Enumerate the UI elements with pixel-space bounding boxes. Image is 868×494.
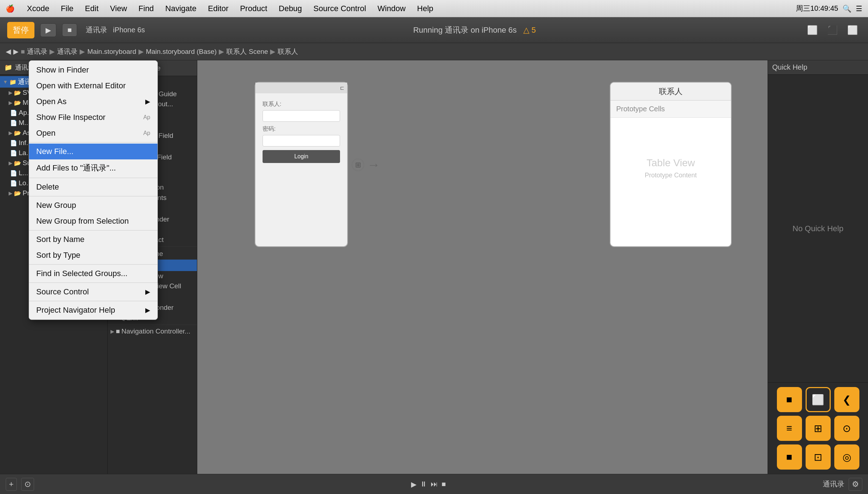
panel-btn-ring[interactable]: ◎	[834, 444, 859, 470]
no-quick-help-text: No Quick Help	[793, 224, 844, 233]
ctx-sort-name[interactable]: Sort by Name	[29, 232, 157, 247]
pause-button[interactable]: 暂停	[7, 22, 34, 38]
menu-help[interactable]: Help	[415, 3, 435, 14]
ctx-sep-4	[29, 230, 157, 230]
ctx-find-groups[interactable]: Find in Selected Groups...	[29, 266, 157, 281]
segue-arrow: ⊞ →	[352, 157, 380, 172]
ctx-sep-5	[29, 264, 157, 265]
sidebar-folder-icon: 📁	[4, 64, 12, 71]
panel-btn-grid[interactable]: ⊞	[806, 416, 831, 441]
ctx-delete[interactable]: Delete	[29, 179, 157, 195]
build-status: Running 通讯录 on iPhone 6s △ 5	[151, 25, 798, 36]
ctx-open-as[interactable]: Open As ▶	[29, 94, 157, 109]
ctx-new-file[interactable]: New File...	[29, 144, 157, 159]
breadcrumb-sep: ■	[21, 48, 25, 56]
ctx-add-files[interactable]: Add Files to "通讯录"...	[29, 159, 157, 177]
toolbar-right-icons: ⬜ ⬛ ⬜	[804, 24, 861, 37]
menu-edit[interactable]: Edit	[83, 3, 101, 14]
menu-file[interactable]: File	[58, 3, 75, 14]
add-button[interactable]: +	[6, 478, 17, 491]
ctx-show-inspector[interactable]: Show File Inspector Ap	[29, 109, 157, 125]
debug-toggle[interactable]: ⬛	[824, 24, 841, 37]
ctx-source-control[interactable]: Source Control ▶	[29, 284, 157, 300]
breadcrumb-item-2[interactable]: 通讯录	[57, 47, 77, 56]
ctx-show-in-finder[interactable]: Show in Finder	[29, 62, 157, 78]
filter-button[interactable]: ⊙	[21, 478, 34, 491]
notification-icon[interactable]: ☰	[856, 4, 862, 13]
quick-help-header: Quick Help	[768, 60, 868, 75]
contact-header: 联系人	[610, 83, 731, 101]
navigator-toggle[interactable]: ⬜	[804, 24, 821, 37]
stop-button[interactable]: ■	[62, 23, 77, 37]
ctx-sep-2	[29, 178, 157, 178]
password-input[interactable]	[263, 135, 340, 146]
toolbar: 暂停 ▶ ■ 通讯录 iPhone 6s Running 通讯录 on iPho…	[0, 17, 868, 43]
login-button[interactable]: Login	[263, 150, 340, 163]
ctx-new-group[interactable]: New Group	[29, 197, 157, 213]
bottom-run-icon[interactable]: ▶	[411, 480, 416, 489]
canvas-content: ⊏ 联系人: 密码: Login ⊞ → 联系人 Prototype Cells	[197, 60, 768, 474]
panel-btn-square[interactable]: ■	[777, 387, 802, 412]
breadcrumb-nav-fwd[interactable]: ▶	[13, 47, 19, 56]
username-input[interactable]	[263, 110, 340, 122]
menu-debug[interactable]: Debug	[277, 3, 304, 14]
apple-menu[interactable]: 🍎	[6, 4, 15, 13]
bottom-step-icon[interactable]: ⏭	[431, 480, 438, 488]
context-menu: Show in Finder Open with External Editor…	[29, 60, 158, 320]
ctx-sep-1	[29, 142, 157, 143]
tableview-sub-label: Prototype Content	[645, 172, 697, 179]
scene-item-navcontroller[interactable]: ▶■Navigation Controller...	[108, 326, 197, 336]
breadcrumb-nav-back[interactable]: ◀	[6, 47, 11, 56]
menu-view[interactable]: View	[108, 3, 129, 14]
ctx-new-group-selection[interactable]: New Group from Selection	[29, 213, 157, 229]
ctx-sort-type[interactable]: Sort by Type	[29, 247, 157, 263]
menu-window[interactable]: Window	[376, 3, 408, 14]
bottom-settings[interactable]: ⚙	[849, 478, 862, 491]
menubar-time: 周三10:49:45	[796, 4, 838, 13]
ctx-open-external[interactable]: Open with External Editor	[29, 78, 157, 94]
bottom-center: ▶ ⏸ ⏭ ■	[411, 480, 446, 489]
breadcrumb-item-4[interactable]: Main.storyboard (Base)	[146, 48, 217, 56]
panel-btn-outline[interactable]: ⬜	[806, 387, 831, 412]
breadcrumb-item-5[interactable]: 联系人 Scene	[226, 47, 268, 56]
breadcrumb-item-6[interactable]: 联系人	[278, 47, 298, 56]
panel-btn-list[interactable]: ≡	[777, 416, 802, 441]
search-icon[interactable]: 🔍	[843, 4, 852, 13]
ctx-open[interactable]: Open Ap	[29, 125, 157, 141]
panel-btn-arrow-left[interactable]: ❮	[834, 387, 859, 412]
panel-btn-sq2[interactable]: ■	[777, 444, 802, 470]
ctx-navigator-help[interactable]: Project Navigator Help ▶	[29, 302, 157, 318]
menu-editor[interactable]: Editor	[206, 3, 231, 14]
breadcrumb-item-1[interactable]: 通讯录	[27, 47, 47, 56]
run-icon: ▶	[46, 26, 51, 34]
run-button[interactable]: ▶	[40, 23, 56, 37]
login-phone-panel: ⊏ 联系人: 密码: Login	[255, 82, 348, 247]
bottom-pause-icon[interactable]: ⏸	[420, 480, 427, 488]
menu-find[interactable]: Find	[136, 3, 156, 14]
prototype-cells-label: Prototype Cells	[610, 101, 731, 118]
bottom-bar: + ⊙ ▶ ⏸ ⏭ ■ 通讯录 ⚙	[0, 474, 868, 494]
panel-btn-circle[interactable]: ⊙	[834, 416, 859, 441]
sep1: ▶	[49, 47, 55, 56]
sep5: ▶	[270, 47, 275, 56]
sep4: ▶	[219, 47, 224, 56]
ctx-sep-7	[29, 301, 157, 301]
breadcrumb-item-3[interactable]: Main.storyboard	[87, 48, 136, 56]
quick-help-panel: Quick Help No Quick Help ■ ⬜ ❮ ≡ ⊞ ⊙ ■ ⊡…	[768, 60, 868, 474]
canvas-area: ■ 通讯录 Scene ▶■通讯录 ▬ Top Layout Guide ▬ B…	[108, 60, 768, 474]
quick-help-content: No Quick Help	[768, 75, 868, 382]
device-name[interactable]: iPhone 6s	[113, 26, 145, 34]
quick-help-title: Quick Help	[772, 63, 807, 71]
panel-btn-dotgrid[interactable]: ⊡	[806, 444, 831, 470]
menubar: 🍎 Xcode File Edit View Find Navigate Edi…	[0, 0, 868, 17]
menu-source-control[interactable]: Source Control	[311, 3, 368, 14]
password-label: 密码:	[263, 125, 340, 133]
menu-xcode[interactable]: Xcode	[25, 3, 51, 14]
inspector-toggle[interactable]: ⬜	[844, 24, 861, 37]
sep3: ▶	[138, 47, 144, 56]
tableview-main-label: Table View	[647, 157, 695, 169]
login-statusbar: ⊏	[255, 83, 347, 93]
menu-product[interactable]: Product	[238, 3, 269, 14]
bottom-stop-icon[interactable]: ■	[442, 480, 446, 488]
menu-navigate[interactable]: Navigate	[163, 3, 199, 14]
